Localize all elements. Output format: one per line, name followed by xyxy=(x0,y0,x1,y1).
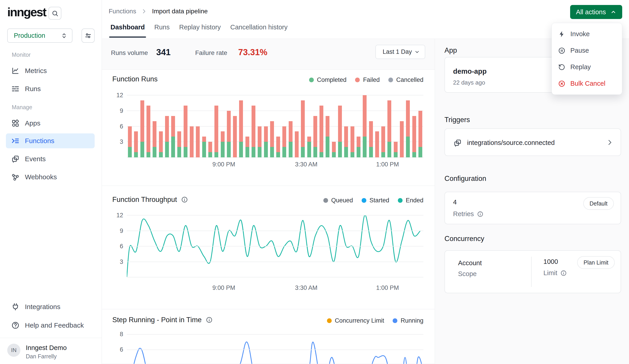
sidebar-item-apps[interactable]: Apps xyxy=(6,116,95,131)
bar-failed xyxy=(153,121,157,147)
bar-failed xyxy=(270,121,274,147)
chevron-right-icon xyxy=(606,139,613,146)
tab-runs[interactable]: Runs xyxy=(154,23,169,38)
tab-dashboard[interactable]: Dashboard xyxy=(111,23,145,38)
bar-completed xyxy=(221,142,225,157)
bar-failed xyxy=(307,137,311,142)
y-tick-label: 6 xyxy=(107,123,123,130)
environment-settings-button[interactable] xyxy=(82,28,95,43)
function-throughput-x-axis: 9:00 PM3:30 AM1:00 PM xyxy=(127,284,423,292)
bar-completed xyxy=(252,147,255,157)
chevron-up-down-icon xyxy=(61,32,67,39)
trigger-card[interactable]: integrations/source.connected xyxy=(445,128,621,156)
search-icon xyxy=(52,10,58,17)
x-tick-label: 3:30 AM xyxy=(295,161,317,168)
runs-list-icon xyxy=(11,85,19,93)
help-circle-icon xyxy=(11,321,19,329)
functions-icon xyxy=(11,137,19,145)
gridline xyxy=(127,262,423,262)
legend-failed: Failed xyxy=(355,77,380,84)
sidebar-item-integrations[interactable]: Integrations xyxy=(6,299,95,314)
sidebar-item-label: Apps xyxy=(25,119,40,127)
x-tick-label: 1:00 PM xyxy=(376,284,399,291)
replay-icon xyxy=(558,64,565,71)
sidebar-item-functions[interactable]: Functions xyxy=(6,133,95,148)
bar-failed xyxy=(134,131,138,152)
info-icon[interactable] xyxy=(206,317,213,323)
bar-completed xyxy=(227,142,231,157)
failure-rate-value: 73.31% xyxy=(238,47,267,57)
bar-failed xyxy=(258,126,262,147)
function-throughput-legend: Queued Started Ended xyxy=(323,197,423,204)
bar-failed xyxy=(233,116,237,157)
user-org-name: Inngest Demo xyxy=(26,344,67,352)
app-synced-time: 22 days ago xyxy=(453,79,485,86)
function-throughput-section: Function Throughput Queued Started Ended… xyxy=(102,186,435,309)
legend-concurrency-limit: Concurrency Limit xyxy=(327,317,384,324)
concurrency-card: Account Scope 1000 Limit Plan Limit xyxy=(445,250,621,293)
y-tick-label: 8 xyxy=(107,331,123,338)
gridline xyxy=(127,334,423,335)
bar-completed xyxy=(264,142,268,157)
tab-replay-history[interactable]: Replay history xyxy=(179,23,221,38)
y-tick-label: 12 xyxy=(107,212,123,219)
sidebar-item-metrics[interactable]: Metrics xyxy=(6,63,95,78)
bar-failed xyxy=(381,126,385,152)
bar-completed xyxy=(153,147,157,157)
function-runs-legend: Completed Failed Cancelled xyxy=(309,77,423,84)
breadcrumb-functions[interactable]: Functions xyxy=(109,8,136,15)
info-icon[interactable] xyxy=(181,196,188,203)
breadcrumb-current: Import data pipeline xyxy=(152,8,208,15)
webhooks-icon xyxy=(11,173,19,181)
main-content: Runs volume 341 Failure rate 73.31% Last… xyxy=(102,39,435,364)
sidebar-item-label: Help and Feedback xyxy=(25,322,84,329)
bar-completed xyxy=(270,147,274,157)
stats-bar: Runs volume 341 Failure rate 73.31% Last… xyxy=(102,39,435,70)
bar-failed xyxy=(418,111,422,147)
menu-item-replay[interactable]: Replay xyxy=(552,59,622,75)
sidebar-item-runs[interactable]: Runs xyxy=(6,81,95,96)
bar-failed xyxy=(159,131,163,152)
failure-rate-label: Failure rate xyxy=(195,49,227,57)
sliders-icon xyxy=(84,32,92,39)
all-actions-label: All actions xyxy=(576,8,606,16)
running-line xyxy=(127,327,423,364)
throughput-line xyxy=(127,215,423,278)
y-tick-label: 6 xyxy=(107,346,123,353)
menu-item-pause[interactable]: Pause xyxy=(552,42,622,59)
bar-completed xyxy=(140,142,144,157)
menu-item-invoke[interactable]: Invoke xyxy=(552,26,622,42)
function-throughput-y-axis: 36912 xyxy=(105,215,123,277)
y-tick-label: 12 xyxy=(107,92,123,99)
avatar[interactable]: IN xyxy=(7,344,20,357)
time-range-dropdown[interactable]: Last 1 Day xyxy=(375,45,425,59)
time-range-label: Last 1 Day xyxy=(383,48,412,55)
tab-cancellation-history[interactable]: Cancellation history xyxy=(230,23,288,38)
bar-failed xyxy=(214,105,218,152)
gridline xyxy=(127,246,423,246)
bar-failed xyxy=(350,126,354,152)
configuration-heading: Configuration xyxy=(445,175,486,183)
environment-selector[interactable]: Production xyxy=(7,28,72,43)
search-button[interactable] xyxy=(48,7,61,20)
menu-item-bulk-cancel[interactable]: Bulk Cancel xyxy=(552,75,622,92)
plug-icon xyxy=(11,303,19,311)
bar-completed xyxy=(338,142,342,157)
info-icon[interactable] xyxy=(477,211,483,217)
step-running-title: Step Running - Point in Time xyxy=(112,316,213,324)
sidebar-item-events[interactable]: Events xyxy=(6,152,95,166)
info-icon[interactable] xyxy=(560,270,567,276)
all-actions-button[interactable]: All actions xyxy=(570,5,622,19)
menu-item-label: Replay xyxy=(570,63,591,71)
event-icon xyxy=(454,139,462,147)
bar-completed xyxy=(276,152,280,157)
bar-completed xyxy=(350,152,354,157)
sidebar-item-help[interactable]: Help and Feedback xyxy=(6,318,95,333)
sidebar-item-webhooks[interactable]: Webhooks xyxy=(6,170,95,184)
function-throughput-title: Function Throughput xyxy=(112,195,188,204)
y-tick-label: 3 xyxy=(107,259,123,266)
bar-failed xyxy=(412,116,416,152)
menu-item-label: Invoke xyxy=(570,30,590,38)
gridline xyxy=(127,350,423,350)
x-tick-label: 9:00 PM xyxy=(212,161,235,168)
